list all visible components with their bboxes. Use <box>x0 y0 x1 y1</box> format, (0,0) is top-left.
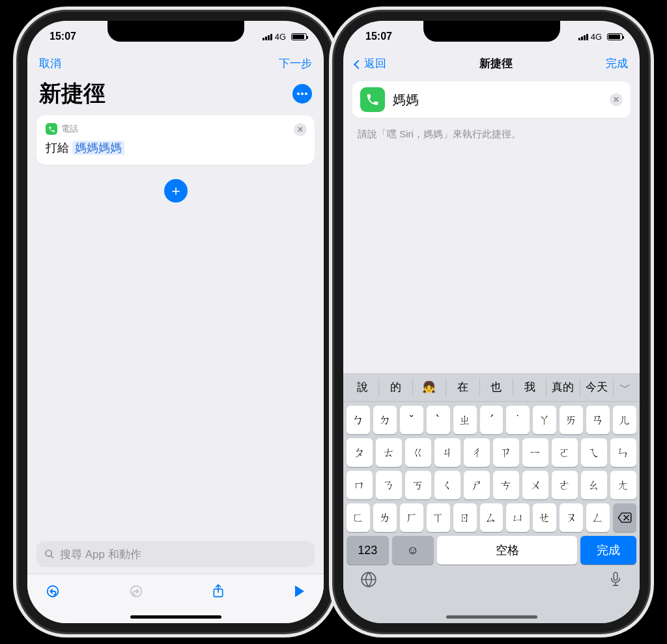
key[interactable]: ㄇ <box>347 471 373 499</box>
shortcut-icon[interactable] <box>360 87 385 112</box>
nav-bar: 返回 新捷徑 完成 <box>343 52 640 76</box>
key[interactable]: ㄞ <box>560 406 583 434</box>
more-button[interactable] <box>292 84 312 104</box>
dictation-button[interactable] <box>608 571 623 592</box>
candidate[interactable]: 我 <box>513 378 546 397</box>
next-button[interactable]: 下一步 <box>279 56 312 71</box>
key[interactable]: ㄘ <box>493 471 519 499</box>
status-indicators: 4G <box>263 32 307 42</box>
key[interactable]: ㄆ <box>347 438 373 467</box>
candidate[interactable]: 的 <box>379 378 412 397</box>
keyboard: 說的👧在也我真的今天﹀ ㄅㄉˇˋㄓˊ˙ㄚㄞㄢㄦㄆㄊㄍㄐㄔㄗㄧㄛㄟㄣㄇㄋㄎㄑㄕㄘㄨ… <box>343 373 640 623</box>
ellipsis-icon <box>297 92 307 95</box>
undo-button[interactable] <box>46 584 60 602</box>
key[interactable]: ㄒ <box>427 503 450 532</box>
key-space[interactable]: 空格 <box>437 536 577 565</box>
key-123[interactable]: 123 <box>347 536 389 565</box>
key[interactable]: ㄌ <box>373 503 397 532</box>
key[interactable]: ㄍ <box>405 438 431 467</box>
key[interactable]: ㄢ <box>586 406 610 434</box>
key[interactable]: ㄚ <box>533 406 556 434</box>
home-indicator[interactable] <box>130 615 221 619</box>
key[interactable]: ㄅ <box>347 406 370 434</box>
status-time: 15:07 <box>365 31 392 42</box>
key[interactable]: ㄠ <box>581 471 607 499</box>
key[interactable]: ㄟ <box>581 438 607 467</box>
key[interactable]: ㄊ <box>376 438 402 467</box>
candidate[interactable]: 說 <box>346 378 379 397</box>
candidate-bar: 說的👧在也我真的今天﹀ <box>343 373 640 402</box>
phone-app-icon <box>46 123 57 135</box>
key[interactable]: ˊ <box>480 406 504 434</box>
nav-title: 新捷徑 <box>479 56 513 71</box>
key[interactable]: ㄜ <box>552 471 578 499</box>
key[interactable]: ㄉ <box>373 406 397 434</box>
globe-button[interactable] <box>360 571 377 592</box>
shortcut-name-field[interactable]: 媽媽 <box>393 91 602 109</box>
key[interactable]: ㄖ <box>453 503 477 532</box>
expand-candidates-button[interactable]: ﹀ <box>614 380 637 395</box>
candidate[interactable]: 也 <box>480 378 513 397</box>
redo-button[interactable] <box>129 584 143 602</box>
search-input[interactable]: 搜尋 App 和動作 <box>36 541 315 567</box>
key[interactable]: ㄐ <box>434 438 461 467</box>
key[interactable]: ˋ <box>427 406 450 434</box>
candidate[interactable]: 在 <box>446 378 479 397</box>
key-done[interactable]: 完成 <box>580 536 636 565</box>
done-button[interactable]: 完成 <box>606 56 628 71</box>
signal-icon <box>578 33 588 40</box>
key[interactable]: ㄣ <box>610 438 636 467</box>
battery-icon <box>607 33 623 40</box>
key[interactable]: ㄔ <box>464 438 490 467</box>
key[interactable]: ㄈ <box>347 503 370 532</box>
name-input-row[interactable]: 媽媽 ✕ <box>352 81 631 118</box>
back-button[interactable]: 返回 <box>355 56 386 71</box>
key[interactable]: ㄛ <box>552 438 578 467</box>
key[interactable]: ㄏ <box>400 503 423 532</box>
svg-rect-6 <box>614 572 617 580</box>
key[interactable]: ㄧ <box>522 438 548 467</box>
key-emoji[interactable]: ☺ <box>392 536 434 565</box>
key[interactable]: ㄓ <box>453 406 477 434</box>
key[interactable]: ˇ <box>400 406 423 434</box>
key[interactable]: ㄤ <box>610 471 636 499</box>
key[interactable]: ㄙ <box>480 503 504 532</box>
keyboard-bottom-bar <box>343 565 640 592</box>
action-card[interactable]: 電話 ✕ 打給 媽媽媽媽 <box>36 115 315 165</box>
cancel-button[interactable]: 取消 <box>39 56 61 71</box>
battery-icon <box>291 33 307 40</box>
home-indicator[interactable] <box>446 615 537 619</box>
play-button[interactable] <box>294 585 305 601</box>
phone-right: 15:07 4G 返回 新捷徑 完成 媽媽 ✕ 請說「嘿 Siri，媽媽」來執行… <box>343 21 640 623</box>
svg-point-0 <box>46 550 51 556</box>
add-action-button[interactable]: ＋ <box>164 179 188 203</box>
key[interactable]: ㄑ <box>434 471 461 499</box>
clear-text-button[interactable]: ✕ <box>610 93 623 106</box>
key[interactable]: ㄗ <box>493 438 519 467</box>
key[interactable]: ㄩ <box>506 503 530 532</box>
key[interactable]: ㄝ <box>533 503 556 532</box>
nav-bar: 取消 下一步 <box>27 52 324 76</box>
candidate[interactable]: 真的 <box>546 378 580 397</box>
key[interactable]: ㄋ <box>376 471 402 499</box>
candidate[interactable]: 👧 <box>413 378 446 397</box>
contact-token[interactable]: 媽媽媽媽 <box>72 141 124 155</box>
key[interactable]: ㄨ <box>522 471 548 499</box>
key[interactable]: ˙ <box>506 406 530 434</box>
key[interactable]: ㄡ <box>560 503 583 532</box>
chevron-left-icon <box>354 60 363 69</box>
search-placeholder: 搜尋 App 和動作 <box>60 547 141 562</box>
key[interactable]: ㄦ <box>613 406 636 434</box>
siri-hint-text: 請說「嘿 Siri，媽媽」來執行此捷徑。 <box>358 128 625 141</box>
key[interactable]: ㄎ <box>405 471 431 499</box>
phone-left: 15:07 4G 取消 下一步 新捷徑 電話 ✕ <box>27 21 324 623</box>
key[interactable]: ㄥ <box>586 503 610 532</box>
carrier-label: 4G <box>591 32 602 42</box>
carrier-label: 4G <box>275 32 286 42</box>
card-remove-button[interactable]: ✕ <box>294 123 307 136</box>
action-prefix: 打給 <box>46 141 69 154</box>
key-delete[interactable] <box>613 503 636 532</box>
candidate[interactable]: 今天 <box>580 378 614 397</box>
key[interactable]: ㄕ <box>464 471 490 499</box>
share-button[interactable] <box>212 583 225 602</box>
